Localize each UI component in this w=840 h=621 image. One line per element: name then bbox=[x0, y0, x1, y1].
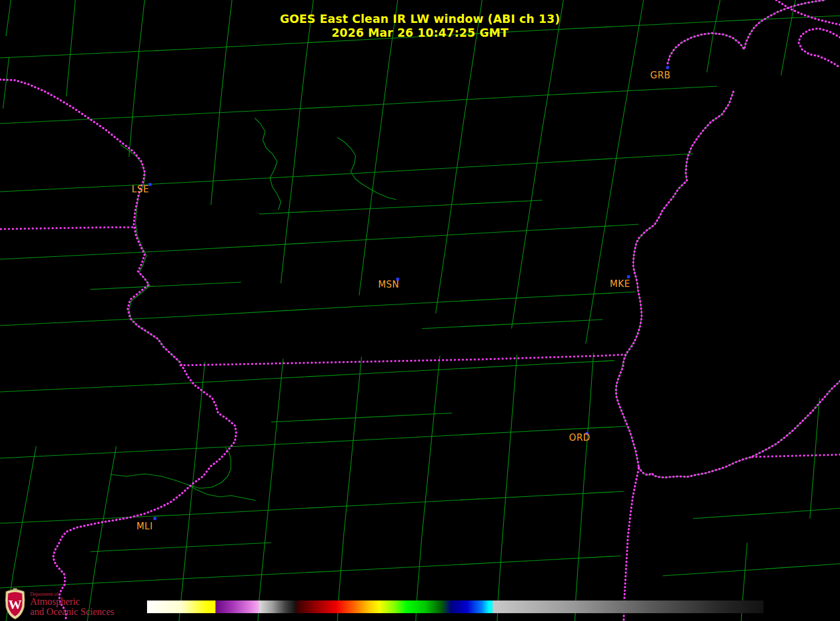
uw-aos-logo-text: Department of Atmospheric and Oceanic Sc… bbox=[30, 588, 114, 617]
county-line bbox=[0, 491, 624, 523]
city-label-MLI: MLI bbox=[136, 521, 152, 532]
county-line bbox=[0, 426, 627, 458]
city-dot-MLI bbox=[154, 517, 157, 520]
state-border-lake-michigan-west-shore bbox=[616, 92, 733, 467]
river-shoreline-line bbox=[639, 381, 840, 478]
county-line bbox=[575, 353, 594, 621]
state-border-il-in-border-south bbox=[624, 468, 639, 621]
county-line bbox=[810, 398, 820, 519]
city-label-GRB: GRB bbox=[650, 70, 671, 81]
county-line bbox=[663, 564, 840, 576]
river-shoreline-line bbox=[616, 92, 733, 467]
county-line bbox=[0, 86, 717, 124]
county-line bbox=[497, 355, 517, 621]
state-border-il-in-border bbox=[751, 455, 840, 457]
svg-text:W: W bbox=[8, 597, 22, 612]
city-label-MSN: MSN bbox=[378, 279, 399, 290]
county-line bbox=[90, 282, 241, 289]
image-title: GOES East Clean IR LW window (ABI ch 13)… bbox=[0, 12, 840, 40]
county-line bbox=[258, 359, 283, 621]
county-line bbox=[337, 357, 362, 621]
city-label-MKE: MKE bbox=[610, 279, 630, 289]
city-dot-MKE bbox=[627, 276, 630, 279]
uw-aos-logo: W Department of Atmospheric and Oceanic … bbox=[5, 588, 114, 620]
county-line bbox=[359, 0, 398, 295]
county-line bbox=[436, 0, 482, 314]
river-shoreline-line bbox=[337, 137, 396, 200]
state-border-mn-ia-border bbox=[0, 227, 136, 229]
county-line bbox=[271, 413, 452, 422]
city-label-ORD: ORD bbox=[569, 432, 590, 443]
goes-satellite-viewer: LSEGRBMSNMKEORDMLI GOES East Clean IR LW… bbox=[0, 0, 840, 621]
state-border-wi-il-border bbox=[180, 355, 625, 365]
county-line bbox=[0, 224, 639, 259]
title-timestamp-line: 2026 Mar 26 10:47:25 GMT bbox=[0, 26, 840, 40]
satellite-map-image: LSEGRBMSNMKEORDMLI bbox=[0, 0, 840, 621]
county-line bbox=[90, 543, 271, 552]
county-line bbox=[416, 356, 440, 621]
uw-crest-icon: W bbox=[5, 588, 25, 620]
river-shoreline-line bbox=[110, 447, 231, 488]
county-line bbox=[259, 200, 542, 214]
logo-name-line2: and Oceanic Sciences bbox=[30, 607, 114, 617]
city-label-LSE: LSE bbox=[132, 184, 149, 195]
county-line bbox=[3, 57, 9, 109]
title-product-line: GOES East Clean IR LW window (ABI ch 13) bbox=[0, 12, 840, 26]
city-dot-GRB bbox=[666, 66, 669, 69]
logo-name-line1: Atmospheric bbox=[30, 597, 114, 607]
county-line bbox=[0, 292, 636, 326]
temperature-colorbar bbox=[147, 601, 763, 613]
river-shoreline-line bbox=[188, 485, 255, 500]
county-line bbox=[693, 508, 840, 519]
state-border-mississippi-river bbox=[0, 80, 236, 621]
river-shoreline-line bbox=[121, 145, 181, 363]
state-border-lake-michigan-south-east-shore bbox=[639, 381, 840, 478]
county-line bbox=[0, 361, 615, 392]
county-line bbox=[0, 154, 693, 192]
river-shoreline-line bbox=[255, 118, 281, 210]
